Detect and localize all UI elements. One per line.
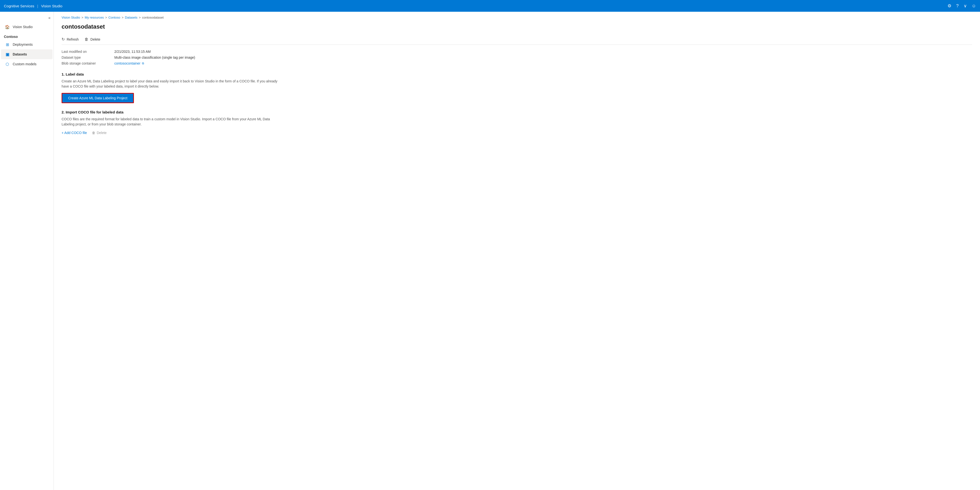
- breadcrumb-sep-1: >: [82, 16, 83, 19]
- settings-icon[interactable]: ⚙: [948, 3, 951, 8]
- blob-storage-value-wrapper: contosocontainer ⧉: [115, 61, 972, 65]
- sidebar-item-datasets[interactable]: ▣ Datasets: [1, 49, 52, 59]
- section2-title: 2. Import COCO file for labeled data: [62, 110, 972, 114]
- section-import-coco: 2. Import COCO file for labeled data COC…: [62, 110, 972, 135]
- delete-button[interactable]: 🗑 Delete: [84, 36, 100, 43]
- breadcrumb: Vision Studio > My resources > Contoso >…: [62, 16, 972, 19]
- datasets-icon: ▣: [5, 52, 10, 57]
- coco-action-row: + Add COCO file 🗑 Delete: [62, 131, 972, 135]
- add-coco-button[interactable]: + Add COCO file: [62, 131, 87, 135]
- refresh-icon: ↻: [62, 37, 65, 41]
- breadcrumb-sep-2: >: [105, 16, 107, 19]
- sidebar-item-custom-models[interactable]: ⬡ Custom models: [1, 59, 52, 69]
- breadcrumb-datasets[interactable]: Datasets: [125, 16, 137, 19]
- delete-icon: 🗑: [84, 37, 88, 41]
- last-modified-label: Last modified on: [62, 49, 110, 54]
- main-layout: « 🏠 Vision Studio Contoso ⊞ Deployments …: [0, 12, 980, 490]
- properties-grid: Last modified on 2/21/2023, 11:53:15 AM …: [62, 49, 972, 65]
- section-label-data: 1. Label data Create an Azure ML Data La…: [62, 72, 972, 110]
- dropdown-icon[interactable]: ∨: [964, 3, 967, 8]
- main-content: Vision Studio > My resources > Contoso >…: [54, 12, 980, 490]
- breadcrumb-contoso[interactable]: Contoso: [108, 16, 120, 19]
- breadcrumb-sep-3: >: [122, 16, 123, 19]
- sidebar-item-vision-studio[interactable]: 🏠 Vision Studio: [1, 22, 52, 32]
- create-labeling-project-button[interactable]: Create Azure ML Data Labeling Project: [62, 93, 134, 103]
- sidebar: « 🏠 Vision Studio Contoso ⊞ Deployments …: [0, 12, 54, 490]
- home-icon: 🏠: [5, 24, 10, 29]
- app-title: Cognitive Services | Vision Studio: [4, 4, 62, 8]
- sidebar-item-deployments[interactable]: ⊞ Deployments: [1, 40, 52, 49]
- add-coco-label: + Add COCO file: [62, 131, 87, 135]
- product-name: Vision Studio: [41, 4, 62, 8]
- breadcrumb-my-resources[interactable]: My resources: [85, 16, 104, 19]
- external-link-icon: ⧉: [142, 62, 144, 65]
- blob-storage-link[interactable]: contosocontainer ⧉: [115, 61, 972, 65]
- breadcrumb-sep-4: >: [139, 16, 140, 19]
- section1-description: Create an Azure ML Data Labeling project…: [62, 79, 282, 89]
- refresh-label: Refresh: [67, 37, 79, 41]
- refresh-button[interactable]: ↻ Refresh: [62, 36, 79, 43]
- help-icon[interactable]: ?: [956, 3, 959, 8]
- app-name: Cognitive Services: [4, 4, 34, 8]
- sidebar-section-label: Contoso: [0, 32, 54, 40]
- coco-delete-button[interactable]: 🗑 Delete: [92, 131, 107, 135]
- coco-delete-icon: 🗑: [92, 131, 95, 135]
- custom-models-icon: ⬡: [5, 62, 10, 67]
- blob-storage-label: Blob storage container: [62, 61, 110, 65]
- sidebar-label-custom-models: Custom models: [13, 62, 37, 66]
- breadcrumb-vision-studio[interactable]: Vision Studio: [62, 16, 80, 19]
- dataset-type-value: Multi-class image classification (single…: [115, 56, 972, 59]
- sidebar-label-datasets: Datasets: [13, 52, 27, 56]
- last-modified-value: 2/21/2023, 11:53:15 AM: [115, 49, 972, 54]
- deployments-icon: ⊞: [5, 42, 10, 47]
- page-title: contosodataset: [62, 23, 972, 30]
- user-icon[interactable]: ☺: [972, 3, 976, 8]
- collapse-button[interactable]: «: [0, 14, 54, 22]
- delete-label: Delete: [91, 37, 100, 41]
- sidebar-label-vision-studio: Vision Studio: [13, 25, 32, 29]
- sidebar-label-deployments: Deployments: [13, 43, 33, 46]
- dataset-type-label: Dataset type: [62, 56, 110, 59]
- section1-title: 1. Label data: [62, 72, 972, 76]
- toolbar: ↻ Refresh 🗑 Delete: [62, 34, 972, 45]
- coco-delete-label: Delete: [97, 131, 107, 135]
- breadcrumb-current: contosodataset: [142, 16, 164, 19]
- nav-separator: |: [37, 4, 38, 8]
- top-nav: Cognitive Services | Vision Studio ⚙ ? ∨…: [0, 0, 980, 12]
- section2-description: COCO files are the required format for l…: [62, 117, 282, 127]
- top-nav-actions: ⚙ ? ∨ ☺: [948, 3, 976, 8]
